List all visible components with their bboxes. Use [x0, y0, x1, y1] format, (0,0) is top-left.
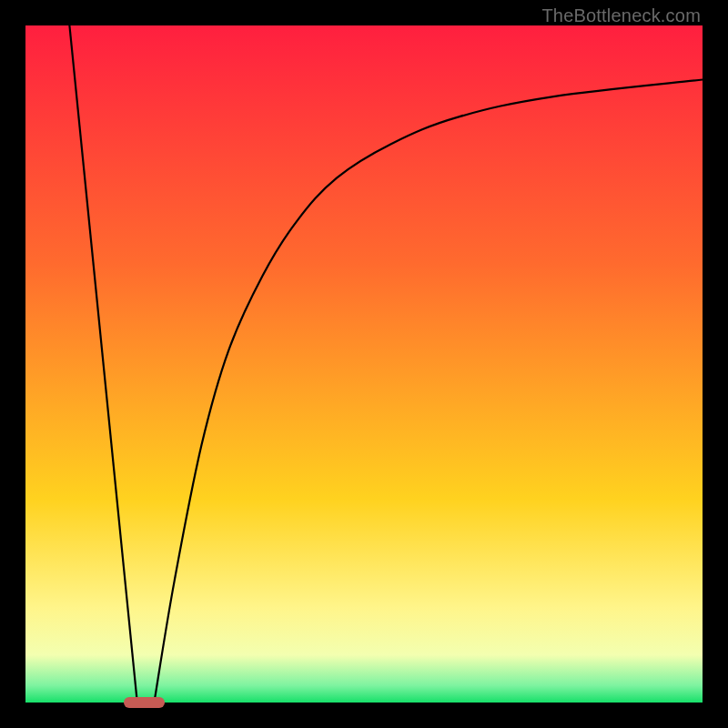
curve-right-leg	[154, 80, 703, 703]
optimum-marker	[124, 697, 165, 708]
watermark-text: TheBottleneck.com	[541, 5, 701, 26]
bottleneck-curve	[25, 25, 703, 703]
curve-left-leg	[69, 25, 136, 703]
chart-frame: TheBottleneck.com	[0, 0, 728, 728]
plot-area	[25, 25, 703, 703]
